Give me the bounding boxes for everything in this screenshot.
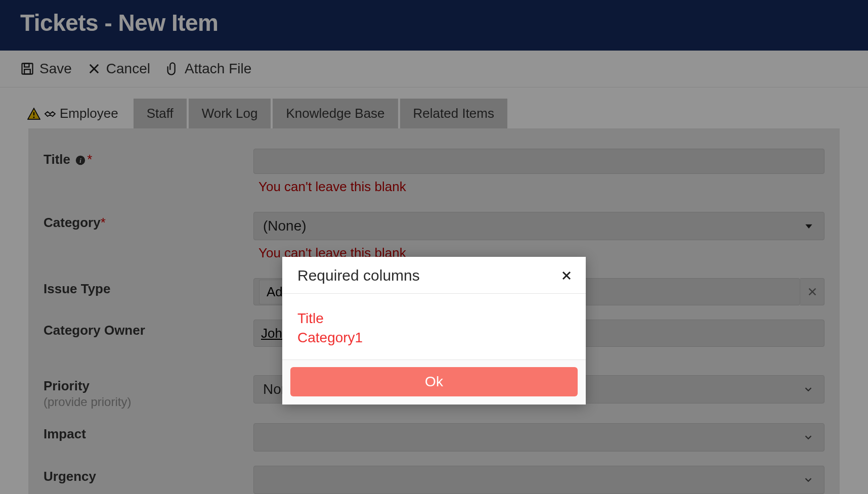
required-column-name: Category1 — [297, 328, 571, 347]
modal-body: TitleCategory1 — [282, 294, 586, 360]
modal-title: Required columns — [297, 267, 420, 284]
required-column-name: Title — [297, 309, 571, 328]
modal-close-button[interactable] — [560, 270, 573, 282]
required-columns-dialog: Required columns TitleCategory1 Ok — [282, 257, 586, 405]
ok-button[interactable]: Ok — [290, 367, 578, 396]
modal-overlay: Required columns TitleCategory1 Ok — [0, 0, 868, 494]
